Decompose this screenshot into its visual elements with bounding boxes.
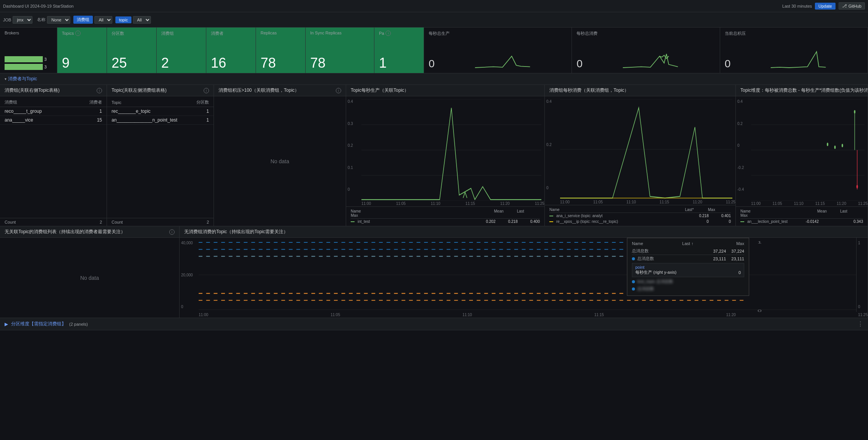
topic-lag-panel: Topic维度：每秒被消费总数 - 每秒生产*消费组数(负值为该秒消费不足) i… [736, 85, 868, 226]
consumer-group-info-icon[interactable]: i [97, 88, 102, 93]
broker-bar-1 [5, 56, 43, 62]
svg-point-17 [857, 185, 858, 188]
no-consumer-chart-wrapper: 40,000 20,000 0 1 0 [180, 238, 868, 312]
table-row[interactable]: ana_____vice15 [0, 116, 107, 125]
topic-table-info-icon[interactable]: i [204, 88, 209, 93]
topics-card: Topics i 9 [57, 28, 107, 73]
partition-section[interactable]: ▶ 分区维度【需指定消费组】 (2 panels) ⋮ [0, 318, 868, 330]
consumer-group-panel-header: 消费组(关联右侧Topic表格) i [0, 85, 107, 96]
tooltip-row-1: 总消息数 23,111 23,111 [632, 255, 744, 262]
consume-mini-chart [586, 47, 715, 70]
consume-per-sec-value: 0 [577, 58, 583, 70]
consumer-lag-panel-header: 消费组积压>100（关联消费组，Topic） i [214, 85, 346, 96]
partition-title: 分区维度【需指定消费组】 [11, 321, 66, 327]
tooltip-title: 总消息数 37,224 37,224 [632, 247, 744, 255]
github-button[interactable]: ⎇ GitHub [839, 2, 865, 10]
github-icon: ⎇ [842, 3, 847, 8]
in-sync-replicas-label: In Sync Replicas [310, 31, 369, 35]
topics-label: Topics i [62, 31, 102, 36]
legend-item-an: an___lection_point_test -0.0142 0.343 [740, 219, 863, 224]
topic-table-count-label: Count [112, 220, 123, 224]
stat-cards: Brokers 3 3 Topics i 9 分区数 25 消费组 [0, 28, 868, 73]
no-consumer-svg: 1 0 [199, 238, 856, 312]
consumer-groups-card: 消费组 2 [157, 28, 206, 73]
partition-chevron: ▶ [5, 321, 8, 327]
table-row[interactable]: an______________n_point_test1 [107, 116, 214, 125]
panels-row-1: 消费组(关联右侧Topic表格) i 消费组 消费者 reco_____t_gr… [0, 85, 868, 226]
pa-value: 1 [379, 56, 419, 70]
name-filter: 名称 None [37, 16, 70, 24]
svg-point-15 [842, 144, 843, 147]
all-select-1[interactable]: All [94, 16, 112, 24]
consumer-group-table: 消费组 消费者 reco_____t_group1ana_____vice15 [0, 98, 107, 125]
consumer-topic-section[interactable]: ▾ 消费者与Topic [0, 73, 868, 85]
legend-color-yellow [549, 221, 553, 222]
topic-produce-panel-header: Topic每秒生产（关联Topic） [346, 85, 544, 96]
broker-bar-2 [5, 64, 43, 70]
topic-table-col1: Topic [107, 98, 189, 107]
consumer-lag-no-data: No data [214, 96, 346, 226]
consume-per-sec-label: 每秒总消费 [577, 31, 715, 36]
total-lag-value: 0 [725, 58, 731, 70]
name-label: 名称 [37, 17, 45, 23]
topic-table-count-value: 2 [207, 220, 209, 224]
jmx-select[interactable]: jmx [13, 16, 32, 24]
no-topic-consumers-no-data: No data [0, 238, 179, 318]
tooltip-point-row: 每秒生产 (right y-axis) 0 [635, 270, 741, 275]
partition-more-icon[interactable]: ⋮ [857, 320, 863, 328]
job-label: JOB [3, 18, 11, 22]
topic-table-panel: Topic(关联左侧消费组表格) i Topic 分区数 rec_______e… [107, 85, 214, 226]
update-button[interactable]: Update [815, 3, 835, 10]
topic-lag-svg [751, 99, 865, 201]
table-row[interactable]: rec_______e_topic1 [107, 107, 214, 116]
svg-text:1: 1 [758, 240, 762, 244]
legend-item-re: re__xpos__ip (topic: recc__re_topic) 0 0 [549, 219, 731, 224]
topic-table-panel-body: Topic 分区数 rec_______e_topic1an__________… [107, 96, 214, 218]
consumer-group-filter: 消费组 All [73, 16, 112, 24]
broker-val-1: 3 [44, 57, 47, 62]
partitions-card: 分区数 25 [107, 28, 157, 73]
legend-item-ana: ana_i_service (topic: analyt 0.218 0.401 [549, 213, 731, 219]
tooltip-row-3: 总消息数 [632, 285, 744, 292]
consumers-value: 16 [211, 56, 251, 70]
broker-val-2: 3 [44, 65, 47, 69]
no-consumer-x-axis: 11:00 11:05 11:10 11:15 11:20 11:25 [180, 312, 868, 318]
none-select[interactable]: None [47, 16, 70, 24]
panels-row-2: 无关联Topic的消费组列表（持续出现的消费者最需要关注） i No data … [0, 226, 868, 318]
consume-per-sec-content: 0 [577, 47, 715, 70]
topics-info-icon[interactable]: i [75, 31, 81, 36]
legend-color-green-1 [351, 221, 355, 222]
legend-item-int-test: int_test 0.202 0.218 0.400 [351, 219, 540, 224]
consumers-label: 消费者 [211, 31, 251, 36]
no-consumer-topics-header: 无消费组消费的Topic（持续出现的Topic需要关注） [180, 226, 868, 238]
topic-table-panel-header: Topic(关联左侧消费组表格) i [107, 85, 214, 96]
topic-lag-legend: Name Mean Last Max an___lection_point_te… [736, 206, 868, 226]
tooltip-header: Name Last ↑ Max [632, 241, 744, 246]
pa-info-icon[interactable]: i [385, 31, 391, 36]
replicas-card: Replicas 78 [256, 28, 306, 73]
consumer-group-footer: Count 2 [0, 218, 107, 226]
consumer-consume-panel: 消费组每秒消费（关联消费组，Topic） 0.4 0.2 0 11:00 11:… [545, 85, 736, 226]
topic-produce-panel-title: Topic每秒生产（关联Topic） [351, 87, 409, 94]
breadcrumb: Dashboard UI 2024-09-19 StarStation [3, 4, 781, 8]
broker-bar-row-1: 3 [5, 56, 52, 62]
consumer-consume-panel-header: 消费组每秒消费（关联消费组，Topic） [545, 85, 735, 96]
topic-produce-svg [361, 99, 541, 201]
consumer-group-panel-body: 消费组 消费者 reco_____t_group1ana_____vice15 [0, 96, 107, 218]
no-consumer-topics-title: 无消费组消费的Topic（持续出现的Topic需要关注） [184, 229, 288, 235]
topics-value: 9 [62, 56, 102, 70]
topic-filter: topic All [115, 16, 151, 24]
lag-mini-chart [734, 47, 863, 70]
consumer-lag-info-icon[interactable]: i [336, 88, 341, 93]
no-topic-consumers-header: 无关联Topic的消费组列表（持续出现的消费者最需要关注） i [0, 226, 179, 238]
produce-mini-chart [438, 47, 567, 70]
table-row[interactable]: reco_____t_group1 [0, 107, 107, 116]
all-select-2[interactable]: All [133, 16, 151, 24]
svg-point-19 [854, 110, 855, 114]
no-consumer-chart-body: 1 0 Name Last ↑ Max 总消息数 37,224 37,224 [199, 238, 856, 312]
in-sync-replicas-card: In Sync Replicas 78 [306, 28, 374, 73]
job-filter: JOB jmx [3, 16, 34, 24]
svg-point-14 [834, 146, 836, 149]
consume-per-sec-card: 每秒总消费 0 [572, 28, 720, 73]
no-topic-consumers-info-icon[interactable]: i [169, 229, 175, 235]
